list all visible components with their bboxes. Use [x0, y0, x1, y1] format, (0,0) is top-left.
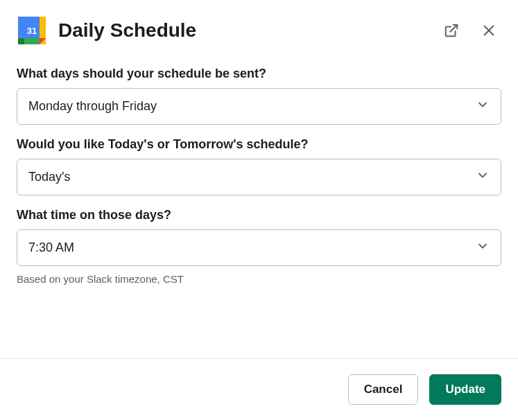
- modal-title: Daily Schedule: [58, 19, 439, 42]
- days-select[interactable]: Monday through Friday: [17, 88, 501, 125]
- days-select-value: Monday through Friday: [28, 99, 157, 114]
- which-schedule-label: Would you like Today's or Tomorrow's sch…: [17, 137, 501, 152]
- time-label: What time on those days?: [17, 208, 501, 222]
- chevron-down-icon: [476, 239, 490, 256]
- chevron-down-icon: [476, 168, 490, 186]
- open-external-icon[interactable]: [439, 18, 464, 43]
- days-label: What days should your schedule be sent?: [17, 67, 501, 81]
- which-schedule-select-value: Today's: [28, 170, 70, 184]
- update-button[interactable]: Update: [429, 374, 501, 405]
- modal-header: 31 Daily Schedule: [0, 0, 518, 55]
- close-icon[interactable]: [476, 18, 501, 43]
- modal-footer: Cancel Update: [0, 358, 518, 420]
- svg-text:31: 31: [27, 26, 37, 36]
- svg-rect-5: [18, 38, 24, 44]
- svg-line-9: [450, 25, 457, 32]
- time-select[interactable]: 7:30 AM: [17, 229, 501, 266]
- time-select-value: 7:30 AM: [28, 240, 74, 255]
- modal-body: What days should your schedule be sent? …: [0, 55, 518, 358]
- cancel-button[interactable]: Cancel: [348, 374, 419, 405]
- google-calendar-icon: 31: [17, 15, 47, 46]
- header-actions: [439, 18, 501, 43]
- which-schedule-select[interactable]: Today's: [17, 159, 501, 195]
- chevron-down-icon: [476, 98, 490, 115]
- timezone-helper-text: Based on your Slack timezone, CST: [17, 273, 501, 285]
